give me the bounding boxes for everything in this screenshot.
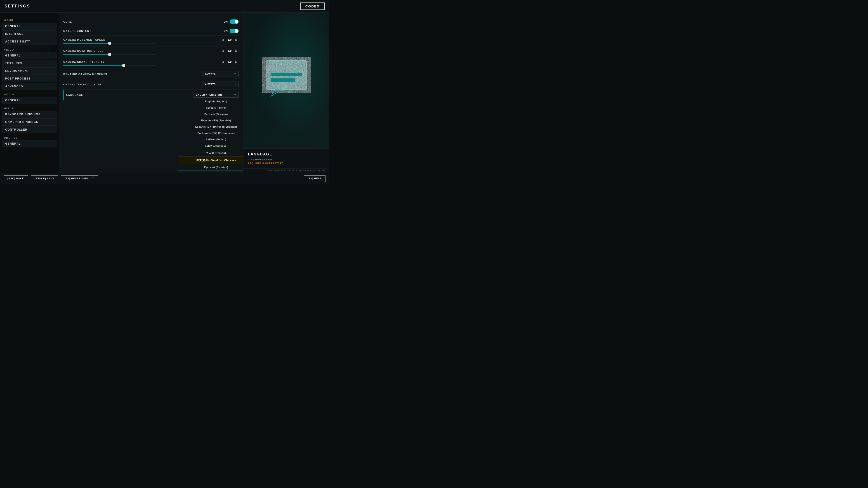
sidebar-item-input-controller[interactable]: CONTROLLER	[2, 126, 57, 133]
content-area: GORE ON MATURE CONTENT ON CAMERA MOVEMEN…	[59, 13, 243, 173]
language-option-russian[interactable]: Русский (Russian)	[178, 164, 243, 170]
language-option-japanese[interactable]: 日本語 (Japanese)	[178, 142, 243, 150]
camera-rotation-speed-control: ◀ 1.0 ▶	[221, 48, 239, 53]
language-option-spanish-es[interactable]: Español (ES) (Spanish)	[178, 117, 243, 124]
character-occlusion-dropdown[interactable]: ALWAYS ▼	[203, 82, 239, 87]
language-option-korean[interactable]: 한국어 (Korean)	[178, 150, 243, 157]
sidebar-section-video-label: VIDEO	[2, 46, 57, 52]
help-button[interactable]: [F1] HELP	[304, 175, 326, 182]
sidebar-item-video-textures[interactable]: TEXTURES	[2, 60, 57, 67]
camera-movement-speed-control: ◀ 1.0 ▶	[221, 37, 239, 42]
setting-row-gore: GORE ON	[63, 17, 239, 26]
setting-row-camera-movement-speed: CAMERA MOVEMENT SPEED ◀ 1.0 ▶	[63, 36, 239, 47]
camera-shake-intensity-value: 1.0	[226, 60, 233, 64]
camera-rotation-top: CAMERA ROTATION SPEED ◀ 1.0 ▶	[63, 48, 239, 53]
sidebar-item-game-interface[interactable]: INTERFACE	[2, 30, 57, 37]
right-panel-image	[243, 13, 329, 149]
camera-rotation-speed-track[interactable]	[63, 54, 156, 55]
camera-shake-top: CAMERA SHAKE INTENSITY ◀ 1.0 ▶	[63, 60, 239, 64]
camera-shake-intensity-track[interactable]	[63, 65, 156, 66]
camera-movement-speed-decrease[interactable]: ◀	[221, 37, 225, 42]
sidebar-section-audio: AUDIO GENERAL	[2, 91, 57, 104]
sidebar-section-input: INPUT KEYBOARD BINDINGS GAMEPAD BINDINGS…	[2, 105, 57, 133]
codex-button[interactable]: CODEX	[301, 2, 324, 10]
setting-row-character-occlusion: CHARACTER OCCLUSION ALWAYS ▼	[63, 79, 239, 90]
camera-shake-intensity-increase[interactable]: ▶	[235, 60, 239, 64]
sidebar-section-profile: PROFILE GENERAL	[2, 135, 57, 147]
camera-movement-speed-value: 1.0	[226, 38, 233, 41]
sidebar-item-audio-general[interactable]: GENERAL	[2, 97, 57, 104]
camera-movement-speed-track[interactable]	[63, 43, 156, 44]
language-value: ENGLISH (ENGLISH)	[196, 94, 222, 96]
language-option-spanish-mx[interactable]: Español (MX) (Mexican Spanish)	[178, 124, 243, 130]
sidebar-item-video-post-process[interactable]: POST PROCESS	[2, 75, 57, 82]
sidebar-section-profile-label: PROFILE	[2, 135, 57, 140]
reset-default-button[interactable]: [F2] RESET DEFAULT	[61, 175, 98, 182]
gore-toggle[interactable]	[230, 20, 239, 24]
header: SETTINGS CODEX	[0, 0, 329, 13]
sidebar-item-video-general[interactable]: GENERAL	[2, 52, 57, 59]
sidebar-section-game-label: GAME	[2, 17, 57, 23]
gore-toggle-container: ON	[224, 20, 239, 24]
camera-rotation-speed-decrease[interactable]: ◀	[221, 48, 225, 53]
sidebar: GAME GENERAL INTERFACE ACCESSIBILITY VID…	[0, 13, 59, 173]
sidebar-item-input-gamepad[interactable]: GAMEPAD BINDINGS	[2, 119, 57, 126]
character-occlusion-label: CHARACTER OCCLUSION	[63, 83, 101, 86]
right-panel-info: LANGUAGE Change the language. REQUIRES G…	[243, 149, 329, 168]
language-arrow-icon: ▼	[234, 94, 236, 96]
bottom-bar: [ESC] BACK [SPACE] SAVE [F2] RESET DEFAU…	[0, 173, 329, 184]
mature-content-toggle[interactable]	[230, 29, 239, 33]
sidebar-section-video: VIDEO GENERAL TEXTURES ENVIRONMENT POST …	[2, 46, 57, 90]
setting-row-language: LANGUAGE ENGLISH (ENGLISH) ▼ English (En…	[63, 90, 239, 100]
sidebar-section-input-label: INPUT	[2, 105, 57, 111]
right-panel: LANGUAGE Change the language. REQUIRES G…	[243, 13, 329, 173]
camera-movement-speed-increase[interactable]: ▶	[235, 37, 239, 42]
dynamic-camera-dropdown[interactable]: ALWAYS ▼	[203, 71, 239, 77]
dynamic-camera-label: DYNAMIC CAMERA MOMENTS	[63, 73, 107, 75]
camera-shake-intensity-label: CAMERA SHAKE INTENSITY	[63, 61, 105, 63]
svg-rect-6	[271, 78, 296, 82]
dynamic-camera-arrow-icon: ▼	[234, 73, 236, 75]
page-title: SETTINGS	[4, 4, 30, 8]
sidebar-item-profile-general[interactable]: GENERAL	[2, 140, 57, 147]
camera-shake-intensity-decrease[interactable]: ◀	[221, 60, 225, 64]
back-button[interactable]: [ESC] BACK	[4, 175, 28, 182]
language-option-italian[interactable]: Italiano (Italian)	[178, 136, 243, 142]
info-warning: REQUIRES GAME RESTART	[248, 162, 324, 165]
language-option-french[interactable]: Français (French)	[178, 105, 243, 111]
language-icon	[261, 56, 311, 101]
language-dropdown-list: English (English) Français (French) Deut…	[178, 98, 243, 170]
save-button[interactable]: [SPACE] SAVE	[31, 175, 58, 182]
camera-movement-speed-fill	[63, 43, 110, 44]
main-layout: GAME GENERAL INTERFACE ACCESSIBILITY VID…	[0, 13, 329, 173]
language-option-english[interactable]: English (English)	[178, 98, 243, 105]
language-option-portuguese[interactable]: Português (BR) (Portuguese)	[178, 130, 243, 136]
camera-rotation-speed-value: 1.0	[226, 49, 233, 53]
mature-content-value: ON	[224, 30, 228, 32]
language-option-simplified-chinese[interactable]: 中文(简体) (Simplified Chinese)	[178, 157, 243, 164]
camera-shake-intensity-fill	[63, 65, 124, 66]
camera-movement-speed-thumb[interactable]	[108, 42, 111, 45]
setting-row-mature-content: MATURE CONTENT ON	[63, 26, 239, 36]
info-title: LANGUAGE	[248, 152, 324, 156]
sidebar-item-game-general[interactable]: GENERAL	[2, 23, 57, 30]
sidebar-item-video-environment[interactable]: ENVIRONMENT	[2, 67, 57, 74]
gore-value: ON	[224, 20, 228, 23]
sidebar-item-game-accessibility[interactable]: ACCESSIBILITY	[2, 38, 57, 45]
settings-content: GORE ON MATURE CONTENT ON CAMERA MOVEMEN…	[63, 17, 239, 100]
camera-rotation-speed-thumb[interactable]	[108, 53, 111, 56]
language-label: LANGUAGE	[66, 94, 83, 96]
camera-movement-speed-track-container	[63, 43, 239, 44]
camera-rotation-speed-track-container	[63, 54, 239, 55]
gpu-info: NVIDIA GEFORCE GTX 1060 6GB | 6 GB VRAM …	[243, 168, 329, 173]
mature-content-toggle-container: ON	[224, 29, 239, 33]
setting-row-camera-rotation-speed: CAMERA ROTATION SPEED ◀ 1.0 ▶	[63, 47, 239, 58]
camera-shake-intensity-thumb[interactable]	[122, 64, 125, 67]
camera-rotation-speed-increase[interactable]: ▶	[235, 48, 239, 53]
sidebar-item-video-advanced[interactable]: ADVANCED	[2, 83, 57, 90]
camera-shake-intensity-control: ◀ 1.0 ▶	[221, 60, 239, 64]
language-dropdown[interactable]: ENGLISH (ENGLISH) ▼	[193, 92, 239, 98]
camera-rotation-speed-label: CAMERA ROTATION SPEED	[63, 50, 104, 52]
language-option-german[interactable]: Deutsch (German)	[178, 111, 243, 117]
sidebar-item-input-keyboard[interactable]: KEYBOARD BINDINGS	[2, 111, 57, 118]
